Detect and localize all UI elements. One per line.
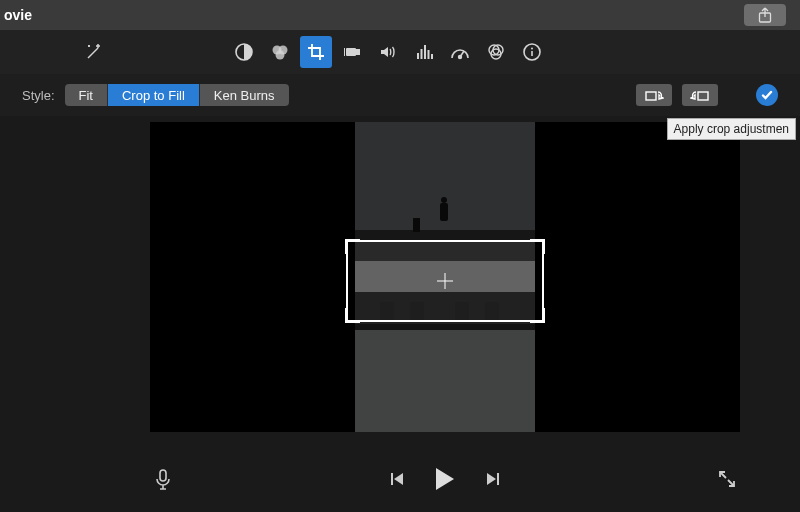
svg-rect-20: [160, 470, 166, 481]
svg-rect-5: [346, 48, 356, 56]
svg-point-4: [276, 51, 285, 60]
adjustments-toolbar: [0, 30, 800, 74]
color-balance-icon[interactable]: [228, 36, 260, 68]
svg-rect-9: [424, 45, 426, 59]
window-title: ovie: [4, 7, 32, 23]
svg-rect-18: [646, 92, 656, 100]
style-option-ken-burns[interactable]: Ken Burns: [199, 84, 289, 106]
crop-icon[interactable]: [300, 36, 332, 68]
crop-style-row: Style: Fit Crop to Fill Ken Burns Apply …: [0, 74, 800, 116]
crop-center-crosshair: [437, 273, 453, 289]
crop-handle-bl[interactable]: [345, 308, 360, 323]
next-frame-button[interactable]: [480, 466, 506, 492]
stabilize-icon[interactable]: [336, 36, 368, 68]
share-button[interactable]: [744, 4, 786, 26]
fullscreen-button[interactable]: [714, 466, 740, 492]
svg-rect-21: [391, 473, 393, 485]
crop-handle-br[interactable]: [530, 308, 545, 323]
preview-viewer[interactable]: [150, 122, 740, 432]
apply-crop-tooltip: Apply crop adjustmen: [667, 118, 796, 140]
color-filter-icon[interactable]: [480, 36, 512, 68]
rotate-ccw-button[interactable]: [636, 84, 672, 106]
style-segmented-control[interactable]: Fit Crop to Fill Ken Burns: [65, 84, 289, 106]
svg-rect-19: [698, 92, 708, 100]
previous-frame-button[interactable]: [384, 466, 410, 492]
crop-handle-tr[interactable]: [530, 239, 545, 254]
crop-handle-tl[interactable]: [345, 239, 360, 254]
auto-enhance-wand-icon[interactable]: [78, 36, 110, 68]
volume-icon[interactable]: [372, 36, 404, 68]
microphone-button[interactable]: [150, 466, 176, 492]
svg-rect-7: [417, 53, 419, 59]
svg-rect-22: [497, 473, 499, 485]
svg-rect-10: [428, 50, 430, 59]
speed-icon[interactable]: [444, 36, 476, 68]
playback-bar: [150, 460, 740, 498]
svg-rect-8: [421, 49, 423, 59]
style-option-fit[interactable]: Fit: [65, 84, 107, 106]
crop-rectangle[interactable]: [346, 240, 544, 322]
equalizer-icon[interactable]: [408, 36, 440, 68]
svg-point-17: [531, 48, 533, 50]
svg-point-12: [459, 56, 462, 59]
color-wheel-icon[interactable]: [264, 36, 296, 68]
style-option-crop-to-fill[interactable]: Crop to Fill: [107, 84, 199, 106]
apply-crop-button[interactable]: [756, 84, 778, 106]
svg-rect-6: [356, 49, 360, 55]
svg-rect-11: [431, 54, 433, 59]
play-button[interactable]: [432, 466, 458, 492]
style-label: Style:: [22, 88, 55, 103]
info-icon[interactable]: [516, 36, 548, 68]
titlebar: ovie: [0, 0, 800, 30]
rotate-cw-button[interactable]: [682, 84, 718, 106]
